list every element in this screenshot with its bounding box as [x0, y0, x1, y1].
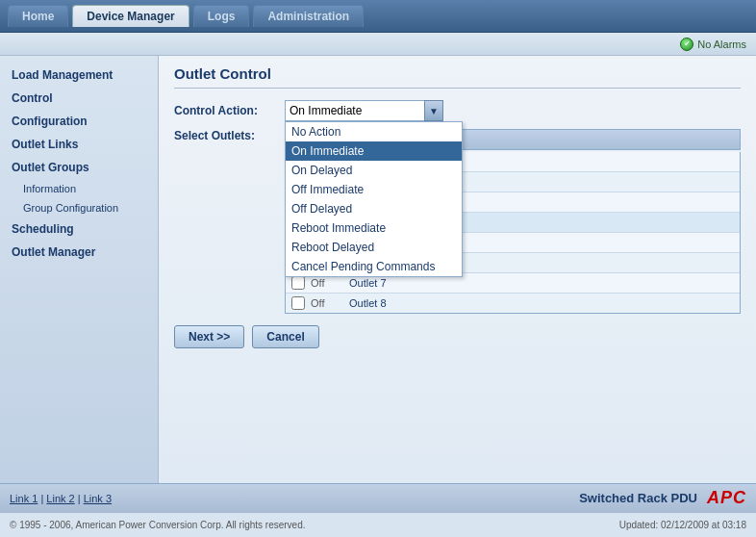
sidebar-item-outlet-manager[interactable]: Outlet Manager	[0, 241, 158, 264]
sidebar-item-outlet-links[interactable]: Outlet Links	[0, 133, 158, 156]
next-button[interactable]: Next >>	[174, 325, 244, 348]
outlet-7-name: Outlet 7	[349, 277, 387, 289]
dropdown-item-on-immediate[interactable]: On Immediate	[286, 141, 462, 161]
button-row: Next >> Cancel	[174, 325, 741, 348]
tab-administration[interactable]: Administration	[253, 5, 364, 27]
no-alarms-label: No Alarms	[697, 38, 746, 50]
footer-link-1[interactable]: Link 1	[10, 493, 38, 504]
outlet-8-checkbox[interactable]	[291, 296, 305, 310]
control-action-select-wrapper: ▼	[285, 100, 443, 121]
sidebar-item-load-management[interactable]: Load Management	[0, 64, 158, 87]
bottom-bar: © 1995 - 2006, American Power Conversion…	[0, 512, 756, 537]
tab-home[interactable]: Home	[8, 5, 68, 27]
control-action-input[interactable]	[285, 100, 443, 121]
dropdown-item-no-action[interactable]: No Action	[286, 122, 462, 141]
outlet-7-state: Off	[311, 277, 349, 289]
select-outlets-label: Select Outlets:	[174, 129, 285, 142]
control-action-label: Control Action:	[174, 104, 285, 117]
dropdown-item-off-immediate[interactable]: Off Immediate	[286, 180, 462, 199]
control-action-row: Control Action: ▼ No Action On Immediate…	[174, 100, 741, 121]
footer-product: Switched Rack PDU APC	[579, 488, 746, 508]
main-area: Load Management Control Configuration Ou…	[0, 56, 756, 483]
outlet-7-checkbox[interactable]	[291, 276, 305, 290]
outlet-8-name: Outlet 8	[349, 297, 387, 309]
updated-text: Updated: 02/12/2009 at 03:18	[619, 520, 746, 530]
dropdown-item-cancel-pending[interactable]: Cancel Pending Commands	[286, 257, 462, 276]
sidebar-item-configuration[interactable]: Configuration	[0, 110, 158, 133]
sidebar-item-outlet-groups[interactable]: Outlet Groups	[0, 156, 158, 179]
outlet-8-state: Off	[311, 297, 349, 309]
content-panel: Outlet Control Control Action: ▼ No Acti…	[159, 56, 756, 483]
sidebar: Load Management Control Configuration Ou…	[0, 56, 159, 483]
footer-link-3[interactable]: Link 3	[84, 493, 112, 504]
panel-title: Outlet Control	[174, 65, 741, 89]
sidebar-item-control[interactable]: Control	[0, 87, 158, 110]
sidebar-item-information[interactable]: Information	[0, 179, 158, 198]
footer: Link 1 | Link 2 | Link 3 Switched Rack P…	[0, 483, 756, 512]
sidebar-item-group-configuration[interactable]: Group Configuration	[0, 198, 158, 217]
copyright-text: © 1995 - 2006, American Power Conversion…	[10, 520, 306, 530]
dropdown-item-on-delayed[interactable]: On Delayed	[286, 161, 462, 180]
tab-device-manager[interactable]: Device Manager	[72, 5, 189, 27]
dropdown-item-off-delayed[interactable]: Off Delayed	[286, 199, 462, 218]
status-bar: No Alarms	[0, 33, 756, 56]
alarm-indicator-icon	[680, 38, 693, 51]
cancel-button[interactable]: Cancel	[252, 325, 318, 348]
sidebar-item-scheduling[interactable]: Scheduling	[0, 217, 158, 241]
product-name: Switched Rack PDU	[579, 491, 697, 505]
dropdown-item-reboot-delayed[interactable]: Reboot Delayed	[286, 238, 462, 257]
apc-logo: APC	[707, 488, 746, 508]
top-navigation: Home Device Manager Logs Administration	[0, 0, 756, 33]
footer-links: Link 1 | Link 2 | Link 3	[10, 493, 112, 504]
tab-logs[interactable]: Logs	[193, 5, 250, 27]
table-row: Off Outlet 8	[286, 294, 740, 313]
dropdown-item-reboot-immediate[interactable]: Reboot Immediate	[286, 218, 462, 238]
footer-link-2[interactable]: Link 2	[46, 493, 74, 504]
no-alarms-status: No Alarms	[680, 38, 746, 51]
control-action-dropdown: No Action On Immediate On Delayed Off Im…	[285, 121, 463, 277]
